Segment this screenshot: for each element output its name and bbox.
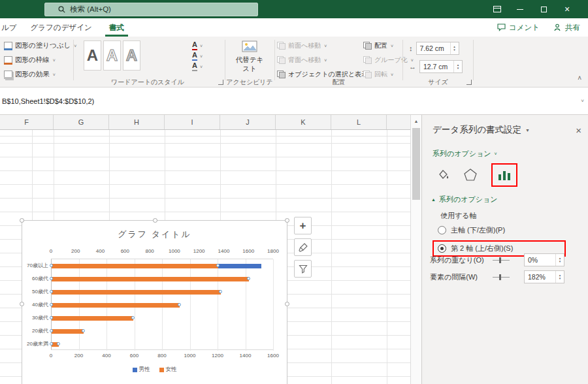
chart-resize-handle[interactable] [20,218,24,223]
legend-swatch [133,368,137,372]
maximize-button[interactable] [532,0,555,18]
legend-item[interactable]: 女性 [159,366,177,374]
chart-resize-handle[interactable] [285,218,289,223]
chart-title[interactable]: グラフ タイトル [22,229,287,240]
radio-selected-icon[interactable] [438,244,446,253]
series-options-tab[interactable]: 系列のオプション ˅ [433,149,497,159]
shape-fill-icon [4,42,12,50]
gap-width-row: 要素の間隔(W) 182% ▴▾ [430,270,564,283]
close-button[interactable]: × [556,0,578,18]
ribbon: 図形の塗りつぶし˅図形の枠線˅図形の効果˅ AAA A˅A˅A˅ ワードアートの… [0,37,588,88]
primary-axis-tick: 600 [130,353,139,359]
wordart-style[interactable]: A [103,40,121,71]
collapse-triangle-icon: ▲ [431,197,436,202]
share-button[interactable]: 共有 [554,23,580,33]
slider-handle[interactable] [499,274,501,280]
chart[interactable]: グラフ タイトル 男性女性 02004006008001000120014001… [22,220,287,384]
bar-女性[interactable] [52,264,218,268]
shape-width-input[interactable]: 12.7 cm ▴▾ [419,60,463,73]
overlap-slider[interactable] [493,257,510,264]
column-header[interactable]: H [109,115,165,129]
series-options-icon[interactable] [495,166,514,184]
overlap-input[interactable]: 0% ▴▾ [524,253,564,266]
shape-button[interactable]: 図形の効果˅ [4,69,76,80]
chart-styles-button[interactable] [294,238,312,256]
column-header[interactable]: F [0,115,54,129]
text-effects-button[interactable]: A˅ [192,62,203,71]
ribbon-tab[interactable]: ルプ [0,18,22,37]
pane-title-dropdown-icon[interactable]: ▼ [525,128,530,133]
column-header[interactable]: J [220,115,276,129]
collapse-ribbon-button[interactable]: ˄ [578,74,581,82]
wordart-style[interactable]: A [123,40,140,71]
scrollbar-thumb[interactable] [412,128,420,200]
share-icon [554,24,562,31]
column-header[interactable]: I [165,115,220,129]
gap-slider[interactable] [493,274,510,281]
text-fill-button[interactable]: A˅ [192,41,203,50]
width-spinner[interactable]: ▴▾ [453,61,462,72]
plot-area[interactable] [51,259,273,350]
effects-icon[interactable] [461,166,480,184]
column-header[interactable]: L [331,115,387,129]
bar-女性[interactable] [52,303,180,308]
pane-close-button[interactable]: × [576,125,581,135]
vertical-scrollbar[interactable]: ▲ [410,115,421,384]
selection-handle [219,290,222,293]
selection-handle [50,277,53,280]
bar-女性[interactable] [52,329,84,334]
search-box[interactable]: 検索 (Alt+Q) [44,3,258,16]
chart-resize-handle[interactable] [153,218,157,223]
arrange-item[interactable]: 配置˅ [363,40,414,52]
bar-女性[interactable] [52,290,221,295]
column-header[interactable]: G [54,115,109,129]
title-bar: 検索 (Alt+Q) × [0,0,588,18]
wordart-style[interactable]: A [84,40,101,71]
slider-handle[interactable] [499,257,501,263]
category-label: 30歳代 [24,314,48,321]
overlap-spinner[interactable]: ▴▾ [555,254,564,266]
selection-handle [247,277,250,280]
size-dialog-launcher[interactable] [466,80,472,85]
chart-filters-button[interactable] [294,260,312,278]
series-options-section-header[interactable]: ▲ 系列のオプション [431,195,497,204]
formula-bar-expand-icon[interactable]: ˅ [581,98,584,104]
fill-line-icon[interactable] [434,166,452,184]
bar-女性[interactable] [52,316,133,321]
text-outline-button[interactable]: A˅ [192,52,203,61]
formula-bar[interactable]: B$10,Sheet1!$D$4:$D$10,2) ˅ [0,88,588,115]
legend-item[interactable]: 男性 [133,366,150,374]
bar-女性[interactable] [52,277,249,281]
chart-legend[interactable]: 男性女性 [22,366,287,374]
group-separator [73,40,74,80]
scroll-up-arrow[interactable]: ▲ [411,116,421,125]
height-spinner[interactable]: ▴▾ [450,42,459,54]
shape-button[interactable]: 図形の塗りつぶし˅ [4,40,76,52]
selection-handle [178,303,181,306]
close-icon: × [564,5,570,14]
shape-height-input[interactable]: 7.62 cm ▴▾ [416,42,459,55]
chart-resize-handle[interactable] [285,302,289,306]
alt-text-button[interactable]: 代替テキスト [230,40,269,73]
ribbon-tab[interactable]: 書式 [101,18,133,37]
ribbon-display-options-button[interactable] [486,0,508,18]
secondary-axis-tick: 0 [50,248,52,254]
wordart-dialog-launcher[interactable] [218,80,223,85]
selection-handle [57,342,60,345]
minimize-button[interactable] [509,0,531,18]
column-header[interactable]: M [387,115,410,129]
gap-spinner[interactable]: ▴▾ [555,271,564,283]
brush-icon [299,243,308,252]
radio-unselected-icon[interactable] [438,226,446,234]
gridline [246,259,246,351]
gap-input[interactable]: 182% ▴▾ [524,270,564,283]
shape-button[interactable]: 図形の枠線˅ [4,54,76,66]
axis-option[interactable]: 主軸 (下/左側)(P) [434,223,564,237]
comments-button[interactable]: コメント [497,23,540,33]
chevron-down-icon: ˅ [391,72,393,77]
format-data-series-pane: データ系列の書式設定 ▼ × 系列のオプション ˅ [421,115,588,384]
chart-elements-button[interactable]: + [294,217,312,234]
column-header[interactable]: K [276,115,331,129]
ribbon-tab[interactable]: グラフのデザイン [22,18,101,37]
selection-handle [50,316,53,319]
